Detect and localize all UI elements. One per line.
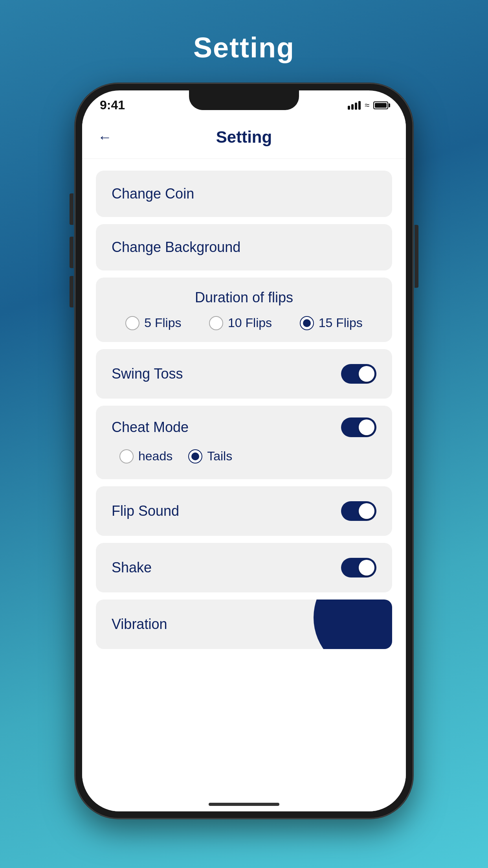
radio-tails[interactable] xyxy=(188,449,202,463)
flip-sound-toggle-knob xyxy=(359,503,374,519)
swing-toss-label: Swing Toss xyxy=(112,366,183,382)
cheat-mode-toggle[interactable] xyxy=(341,417,376,437)
app-header: ← Setting xyxy=(82,116,406,159)
cheat-mode-toggle-knob xyxy=(359,419,374,435)
change-background-label: Change Background xyxy=(112,239,240,256)
cheat-tails-label: Tails xyxy=(207,449,232,463)
radio-5flips[interactable] xyxy=(125,316,139,330)
swing-toss-item[interactable]: Swing Toss xyxy=(96,349,392,399)
swing-toss-toggle[interactable] xyxy=(341,364,376,384)
cheat-mode-section: Cheat Mode heads xyxy=(96,406,392,479)
radio-tails-inner xyxy=(191,452,199,460)
home-indicator xyxy=(209,803,279,806)
cheat-option-heads[interactable]: heads xyxy=(119,449,172,463)
wifi-icon: ≈ xyxy=(365,100,369,110)
header-title: Setting xyxy=(216,128,272,147)
radio-heads[interactable] xyxy=(119,449,134,463)
shake-label: Shake xyxy=(112,559,152,576)
settings-list: Change Coin Change Background Duration o… xyxy=(82,159,406,661)
flip-option-5[interactable]: 5 Flips xyxy=(125,316,181,330)
vibration-item[interactable]: Vibration xyxy=(96,600,392,649)
radio-15flips-inner xyxy=(303,319,311,327)
flip-sound-toggle[interactable] xyxy=(341,501,376,521)
flip-sound-label: Flip Sound xyxy=(112,503,179,519)
back-button[interactable]: ← xyxy=(98,129,112,145)
cheat-mode-label: Cheat Mode xyxy=(112,419,189,436)
flip-label-5: 5 Flips xyxy=(144,316,181,330)
signal-bars-icon xyxy=(348,101,361,110)
flip-options: 5 Flips 10 Flips 15 Flips xyxy=(112,316,376,330)
shake-toggle-knob xyxy=(359,560,374,576)
status-icons: ≈ xyxy=(348,100,388,110)
flip-label-10: 10 Flips xyxy=(228,316,272,330)
flip-option-10[interactable]: 10 Flips xyxy=(209,316,272,330)
cheat-option-tails[interactable]: Tails xyxy=(188,449,232,463)
battery-icon xyxy=(373,101,388,109)
shake-item[interactable]: Shake xyxy=(96,543,392,592)
status-time: 9:41 xyxy=(100,98,125,112)
change-coin-item[interactable]: Change Coin xyxy=(96,171,392,217)
cheat-top: Cheat Mode xyxy=(112,417,376,437)
shake-toggle[interactable] xyxy=(341,558,376,577)
change-coin-label: Change Coin xyxy=(112,186,194,202)
phone-frame: 9:41 ≈ ← Setting Chang xyxy=(75,83,413,818)
phone-screen: 9:41 ≈ ← Setting Chang xyxy=(82,90,406,811)
blue-circle-decoration xyxy=(314,600,392,649)
radio-15flips[interactable] xyxy=(300,316,314,330)
duration-title: Duration of flips xyxy=(112,289,376,306)
page-title: Setting xyxy=(193,31,295,64)
flip-option-15[interactable]: 15 Flips xyxy=(300,316,363,330)
cheat-options: heads Tails xyxy=(112,445,376,467)
change-background-item[interactable]: Change Background xyxy=(96,224,392,270)
flip-label-15: 15 Flips xyxy=(319,316,363,330)
radio-10flips[interactable] xyxy=(209,316,223,330)
app-content: ← Setting Change Coin Change Background … xyxy=(82,116,406,811)
swing-toss-toggle-knob xyxy=(359,366,374,382)
vibration-label: Vibration xyxy=(112,616,167,633)
flip-sound-item[interactable]: Flip Sound xyxy=(96,486,392,536)
notch xyxy=(189,90,299,110)
duration-section: Duration of flips 5 Flips 10 Flips xyxy=(96,278,392,342)
cheat-heads-label: heads xyxy=(138,449,172,463)
